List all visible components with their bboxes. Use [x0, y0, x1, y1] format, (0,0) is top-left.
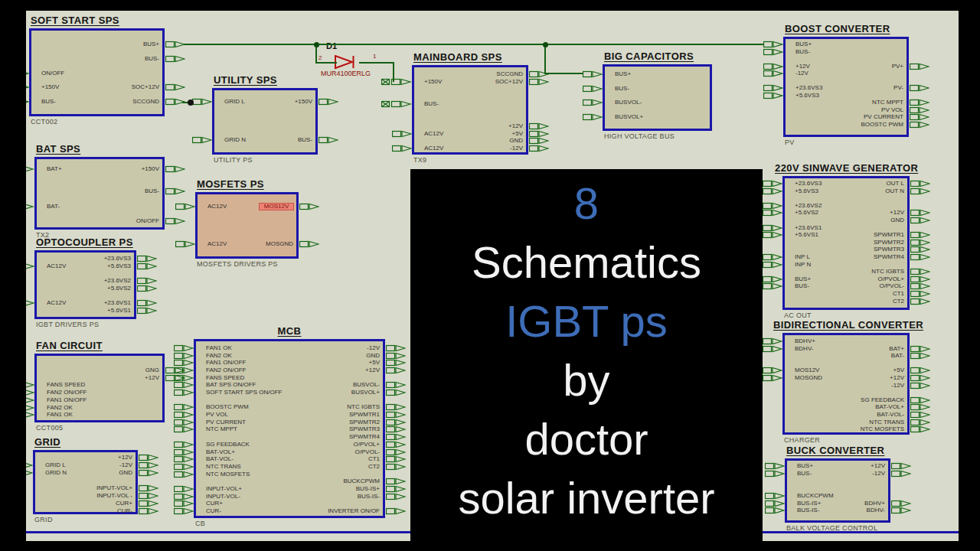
- sinwave-generator-pin-23-6vs2: +23.6VS2: [795, 202, 904, 210]
- diode-part-label: MUR4100ERLG: [321, 70, 371, 77]
- soft-start-sps-pin-icon: [165, 55, 185, 63]
- mosfets-ps-pin-mos12v: MOS12V: [259, 203, 294, 210]
- grid-pin-cur: CUR-: [45, 507, 132, 515]
- buck-converter-pin-bdhv: BDHV+: [797, 500, 885, 507]
- wire-segment: [544, 73, 583, 74]
- grid-pin-icon: [26, 461, 33, 469]
- fan-circuit-label: CCT005: [36, 424, 63, 432]
- wire-segment: [393, 62, 394, 82]
- boost-converter-pin-boostc-pwm: BOOSTC PWM: [795, 121, 903, 129]
- mainboard-sps-pin-12v: -12V: [424, 145, 523, 152]
- mcb-pin-icon: [386, 463, 406, 471]
- bidirectional-converter-pin-icon: [763, 374, 782, 382]
- bat-sps-title: BAT SPS: [36, 144, 80, 155]
- fan-circuit-pin-fan2-on-off: FAN2 ON/OFF: [47, 389, 159, 396]
- bat-sps-pin-icon: [165, 165, 185, 173]
- boost-converter-pin-bus: BUS+: [795, 41, 903, 48]
- soft-start-sps-pin-icon: [26, 83, 29, 91]
- sinwave-generator-pin-out-l: OUT L: [795, 180, 904, 187]
- fan-circuit-pin-icon: [26, 404, 34, 412]
- diode-pin1-label: 1: [373, 53, 376, 60]
- mcb-pin-icon: [386, 507, 406, 515]
- mainboard-sps-pin-icon: [381, 78, 412, 86]
- sinwave-generator-pin-icon: [910, 282, 930, 290]
- mcb-pin-buckcpwm: BUCKCPWM: [206, 478, 380, 485]
- wire-junction-dot: [314, 42, 319, 47]
- mainboard-sps-pin-12v: +12V: [424, 122, 523, 130]
- mcb-pin-o-pvol: O/PVOL+: [206, 441, 380, 448]
- bat-sps-pin-150v: +150V: [47, 165, 159, 173]
- sinwave-generator-pin-icon: [763, 261, 782, 269]
- sinwave-generator-pin-icon: [763, 202, 782, 210]
- mainboard-sps-pin-icon: [529, 122, 549, 130]
- mainboard-sps-pin-sccgnd: SCCGND: [424, 70, 523, 78]
- mcb-pin-icon: [174, 455, 194, 463]
- mcb-pin-5v: +5V: [206, 359, 380, 367]
- mcb-pin-icon: [386, 389, 406, 396]
- mcb-pin-icon: [174, 441, 194, 448]
- grid-pin-icon: [139, 461, 158, 469]
- buck-converter-pin-icon: [765, 492, 785, 500]
- optocoupler-ps-pin-icon: [137, 262, 157, 270]
- bidirectional-converter-pin-sg-feedback: SG FEEDBACK: [795, 396, 904, 404]
- mcb-pin-icon: [174, 403, 194, 411]
- soft-start-sps-pin-soc-12v: SOC+12V: [41, 83, 159, 91]
- video-title-overlay: 8SchematicsIGBT psbydoctorsolar inverter: [410, 169, 763, 541]
- sinwave-generator-pin-icon: [763, 276, 782, 283]
- bidirectional-converter-pin-icon: [910, 367, 930, 374]
- mcb-pin-icon: [386, 493, 406, 500]
- boost-converter-pin-pv-current: PV CURRENT: [795, 113, 903, 121]
- bidirectional-converter-pin-ntc-mosfets: NTC MOSFETS: [795, 425, 904, 433]
- buck-converter-pin-icon: [891, 462, 911, 470]
- mcb-pin-ntc-igbts: NTC IGBTS: [206, 403, 380, 411]
- boost-converter-pin-12v: -12V: [795, 70, 903, 77]
- boost-converter-pin-icon: [763, 41, 783, 48]
- wire-junction-dot: [188, 99, 194, 106]
- sinwave-generator-pin-ntc-igbts: NTC IGBTS: [795, 268, 904, 276]
- boost-converter-pin-icon: [910, 113, 929, 121]
- grid-pin-icon: [139, 454, 158, 461]
- fan-circuit-pin-icon: [26, 381, 34, 389]
- boost-converter-pin-icon: [763, 70, 783, 77]
- fan-circuit-pin-fan1-on-off: FAN1 ON/OFF: [47, 396, 159, 404]
- bidirectional-converter-pin-icon: [910, 352, 930, 360]
- bat-sps-pin-icon: [26, 203, 34, 210]
- mcb-pin-icon: [174, 493, 194, 500]
- mcb-pin-icon: [174, 374, 194, 382]
- big-capacitors-label: HIGH VOLTAGE BUS: [604, 132, 675, 140]
- overlay-line: IGBT ps: [410, 292, 763, 350]
- mcb-pin-icon: [174, 352, 194, 360]
- mcb-pin-busvol: BUSVOL-: [206, 381, 380, 389]
- mcb-pin-12v: +12V: [206, 367, 380, 374]
- sinwave-generator-pin-23-6vs1: +23.6VS1: [795, 224, 904, 232]
- big-capacitors-pin-busvol: BUSVOL-: [615, 99, 707, 106]
- sinwave-generator-pin-12v: +12V: [795, 209, 904, 217]
- optocoupler-ps-pin-5-6vs3: +5.6VS3: [47, 262, 131, 270]
- overlay-line: Schematics: [410, 233, 763, 292]
- sinwave-generator-pin-icon: [763, 209, 782, 217]
- bidirectional-converter-pin-icon: [910, 411, 930, 419]
- diode-icon[interactable]: [335, 55, 361, 70]
- bidirectional-converter-pin-bat-vol: BAT-VOL-: [795, 411, 904, 419]
- big-capacitors-pin-icon: [583, 113, 603, 121]
- sinwave-generator-pin-icon: [910, 239, 930, 246]
- sinwave-generator-title: 220V SINWAVE GENERATOR: [775, 163, 918, 174]
- mainboard-sps-label: TX9: [413, 156, 426, 164]
- mainboard-sps-pin-icon: [529, 145, 549, 152]
- mcb-pin-icon: [386, 419, 406, 426]
- utility-sps-pin-icon: [318, 98, 338, 106]
- big-capacitors-pin-bus: BUS-: [615, 85, 707, 93]
- buck-converter-pin-12v: -12V: [797, 470, 885, 478]
- mcb-pin-icon: [174, 359, 194, 367]
- boost-converter-pin-pv: PV-: [795, 84, 903, 92]
- sinwave-generator-pin-o-pvol: O/PVOL+: [795, 276, 904, 283]
- utility-sps-title: UTILITY SPS: [214, 75, 277, 86]
- soft-start-sps-pin-icon: [165, 41, 185, 48]
- sinwave-generator-pin-ct1: CT1: [795, 290, 904, 298]
- grid-pin-12v: -12V: [45, 461, 132, 469]
- grid-pin-icon: [139, 492, 158, 500]
- mcb-pin-icon: [386, 441, 406, 448]
- grid-title: GRID: [34, 437, 60, 448]
- mcb-pin-12v: -12V: [206, 344, 380, 352]
- boost-converter-label: PV: [785, 139, 795, 146]
